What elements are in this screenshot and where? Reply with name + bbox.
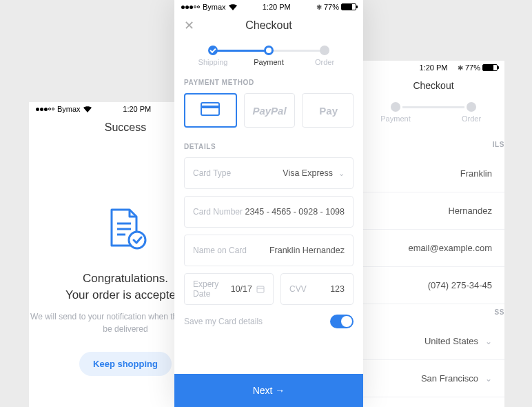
success-headline: Congratulations. Your order is accepted. <box>65 270 185 304</box>
status-bar: 1:20 PM ✱ 77% <box>362 61 504 75</box>
step-order: Order <box>304 46 345 66</box>
page-title: Checkout <box>174 19 363 32</box>
save-card-toggle[interactable] <box>330 315 354 328</box>
paypal-logo: PayPal <box>252 105 286 117</box>
navbar: ✕ Checkout <box>174 14 363 41</box>
svg-rect-4 <box>201 103 219 115</box>
country-field[interactable]: United States⌄ <box>362 323 504 360</box>
save-card-label: Save my Card details <box>184 317 263 326</box>
step-payment: Payment <box>375 102 416 123</box>
section-label-details: ILS <box>362 132 504 155</box>
wifi-icon <box>229 4 237 10</box>
bluetooth-icon: ✱ <box>458 64 463 72</box>
checkout-payment-screen: Bymax 1:20 PM ✱ 77% ✕ Checkout Shipping … <box>174 0 363 407</box>
chevron-down-icon: ⌄ <box>338 169 345 178</box>
name-on-card-field[interactable]: Name on Card Franklin Hernandez <box>184 235 354 266</box>
details-label: DETAILS <box>174 128 363 157</box>
clock: 1:20 PM <box>123 105 151 113</box>
signal-dots-icon <box>36 108 54 111</box>
chevron-down-icon: ⌄ <box>485 374 492 384</box>
card-number-field[interactable]: Card Number 2345 - 4565 - 0928 - 1098 <box>184 196 354 228</box>
city-field[interactable]: San Francisco⌄ <box>362 360 504 397</box>
credit-card-icon <box>201 102 220 119</box>
stepper: Payment Order <box>362 101 504 127</box>
svg-rect-5 <box>201 106 219 108</box>
document-check-icon <box>101 206 150 255</box>
payment-method-card[interactable] <box>184 93 237 128</box>
phone-field[interactable]: (074) 275-34-45 <box>362 267 504 304</box>
email-field[interactable]: email@example.com <box>362 230 504 267</box>
battery-pct: 77% <box>465 63 480 72</box>
last-name-field[interactable]: Hernandez <box>362 192 504 230</box>
carrier-label: Bymax <box>203 3 226 11</box>
details-screen: 1:20 PM ✱ 77% Checkout Payment Order ILS… <box>362 61 504 407</box>
calendar-icon <box>256 285 265 293</box>
chevron-down-icon: ⌄ <box>485 337 492 346</box>
battery-icon <box>482 64 498 71</box>
battery-icon <box>341 3 356 10</box>
svg-rect-6 <box>257 286 264 292</box>
applepay-logo: Pay <box>318 105 338 117</box>
bluetooth-icon: ✱ <box>316 3 322 11</box>
wifi-icon <box>83 106 92 112</box>
expiry-date-field[interactable]: Expery Date 10/17 <box>184 273 274 305</box>
keep-shopping-button[interactable]: Keep shopping <box>79 352 172 376</box>
step-payment[interactable]: Payment <box>248 46 289 66</box>
check-icon <box>208 46 218 55</box>
stepper: Shipping Payment Order <box>174 41 363 70</box>
battery-pct: 77% <box>324 3 339 11</box>
section-label-address: SS <box>362 304 504 323</box>
first-name-field[interactable]: Franklin <box>362 155 504 192</box>
carrier-label: Bymax <box>57 105 81 113</box>
area-field[interactable]: Palo Alto⌄ <box>362 397 504 407</box>
page-title: Checkout <box>362 80 504 91</box>
clock: 1:20 PM <box>420 63 448 72</box>
signal-dots-icon <box>181 6 200 9</box>
svg-point-3 <box>129 232 145 248</box>
cvv-field[interactable]: CVV 123 <box>280 273 354 305</box>
clock: 1:20 PM <box>263 3 291 11</box>
payment-method-applepay[interactable]: Pay <box>302 93 354 128</box>
payment-method-label: PAYMENT METHOD <box>174 70 363 93</box>
navbar: Checkout <box>362 75 504 101</box>
status-bar: Bymax 1:20 PM ✱ 77% <box>174 0 363 14</box>
step-order: Order <box>451 102 492 123</box>
payment-method-paypal[interactable]: PayPal <box>244 93 296 128</box>
close-icon[interactable]: ✕ <box>184 18 194 33</box>
next-button[interactable]: Next → <box>174 374 363 407</box>
step-shipping[interactable]: Shipping <box>192 46 234 66</box>
card-type-field[interactable]: Card Type Visa Express ⌄ <box>184 157 354 189</box>
